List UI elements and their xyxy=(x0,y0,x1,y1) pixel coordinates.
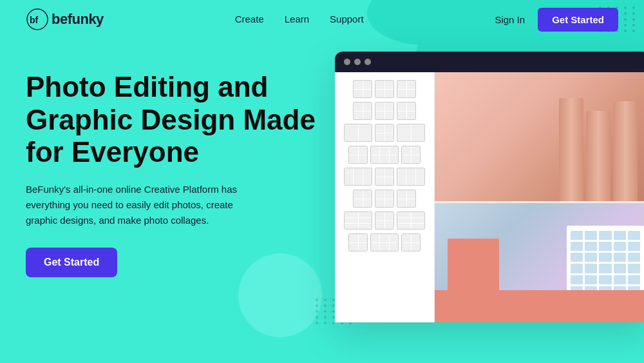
nav-links: Create Learn Support xyxy=(235,14,364,25)
collage-item[interactable] xyxy=(401,146,421,164)
collage-row-2 xyxy=(340,102,429,120)
collage-item[interactable] xyxy=(353,80,372,98)
titlebar-dot-1 xyxy=(344,59,350,65)
nav-link-learn[interactable]: Learn xyxy=(285,14,309,25)
collage-item[interactable] xyxy=(375,190,394,208)
silo-2 xyxy=(586,111,611,201)
collage-item[interactable] xyxy=(375,102,394,120)
collage-item[interactable] xyxy=(344,168,372,186)
collage-item[interactable] xyxy=(397,168,425,186)
nav-item-create[interactable]: Create xyxy=(235,14,264,25)
collage-item[interactable] xyxy=(375,124,394,142)
collage-row-7 xyxy=(340,211,429,230)
navbar: bf befunky Create Learn Support Sign In … xyxy=(0,0,644,39)
collage-item[interactable] xyxy=(375,211,394,230)
app-body xyxy=(335,72,644,322)
canvas-photo-top xyxy=(435,72,644,201)
silos-image xyxy=(559,98,638,201)
collage-item[interactable] xyxy=(344,124,372,142)
collage-item[interactable] xyxy=(370,146,399,164)
nav-item-support[interactable]: Support xyxy=(330,14,364,25)
nav-item-learn[interactable]: Learn xyxy=(285,14,309,25)
get-started-hero-button[interactable]: Get Started xyxy=(26,248,117,277)
pink-wall xyxy=(435,290,644,322)
titlebar-dot-3 xyxy=(365,59,371,65)
collage-item[interactable] xyxy=(353,102,372,120)
svg-text:bf: bf xyxy=(30,15,39,25)
silo-1 xyxy=(559,98,583,201)
logo-icon: bf xyxy=(26,8,49,31)
collage-row-4 xyxy=(340,146,429,164)
get-started-nav-button[interactable]: Get Started xyxy=(538,8,618,32)
collage-item[interactable] xyxy=(401,233,421,251)
hero-section: Photo Editing and Graphic Design Made fo… xyxy=(0,39,644,363)
hero-subtitle: BeFunky's all-in-one online Creative Pla… xyxy=(26,182,258,228)
collage-item[interactable] xyxy=(397,211,425,230)
collage-row-1 xyxy=(340,80,429,98)
collage-item[interactable] xyxy=(397,80,416,98)
app-titlebar xyxy=(335,52,644,72)
collage-item[interactable] xyxy=(397,102,416,120)
app-sidebar xyxy=(335,72,435,322)
nav-link-support[interactable]: Support xyxy=(330,14,364,25)
hero-left: Photo Editing and Graphic Design Made fo… xyxy=(26,58,322,277)
hero-right xyxy=(322,58,618,363)
collage-item[interactable] xyxy=(397,190,416,208)
collage-item[interactable] xyxy=(348,233,368,251)
sign-in-button[interactable]: Sign In xyxy=(495,14,525,25)
hero-title: Photo Editing and Graphic Design Made fo… xyxy=(26,71,322,169)
collage-item[interactable] xyxy=(353,190,372,208)
collage-row-3 xyxy=(340,124,429,142)
canvas-photo-bottom xyxy=(435,203,644,322)
collage-item[interactable] xyxy=(344,211,372,230)
collage-item[interactable] xyxy=(397,124,425,142)
collage-item[interactable] xyxy=(370,233,399,251)
collage-item[interactable] xyxy=(348,146,368,164)
collage-row-8 xyxy=(340,233,429,251)
app-canvas xyxy=(435,72,644,322)
logo[interactable]: bf befunky xyxy=(26,8,104,31)
logo-text: befunky xyxy=(52,11,104,28)
nav-link-create[interactable]: Create xyxy=(235,14,264,25)
app-mockup xyxy=(335,52,644,322)
building-container xyxy=(435,203,644,322)
collage-item[interactable] xyxy=(375,80,394,98)
silo-3 xyxy=(613,101,638,201)
collage-row-5 xyxy=(340,168,429,186)
nav-actions: Sign In Get Started xyxy=(495,8,618,32)
titlebar-dot-2 xyxy=(354,59,361,65)
collage-item[interactable] xyxy=(375,168,394,186)
collage-row-6 xyxy=(340,190,429,208)
